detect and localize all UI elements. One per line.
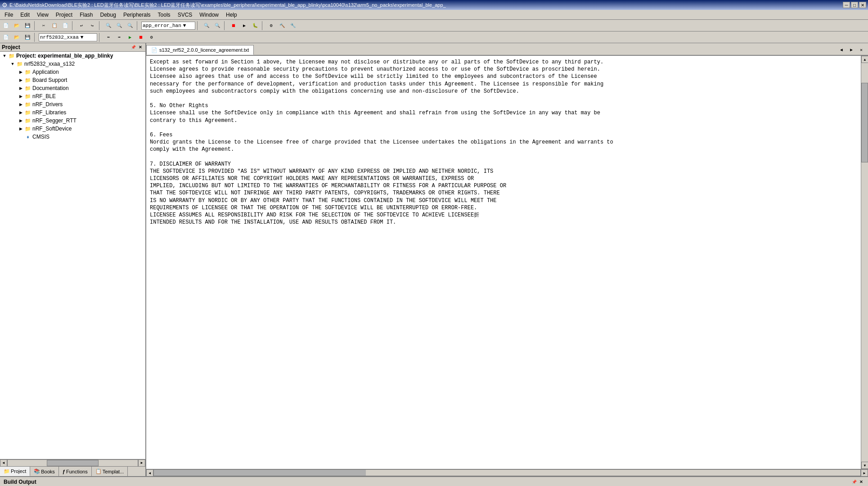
nrf-drivers-expander[interactable]: ▶ bbox=[17, 101, 24, 108]
root-expander[interactable]: ▼ bbox=[1, 52, 8, 59]
build-close-button[interactable]: ✕ bbox=[858, 479, 864, 485]
find-next-button[interactable]: 🔍 bbox=[114, 21, 124, 31]
tab-templates[interactable]: 📋 Templat... bbox=[92, 467, 128, 476]
menu-item-window[interactable]: Window bbox=[196, 11, 222, 19]
editor-line: 7. DISCLAIMER OF WARRANTY bbox=[150, 161, 857, 168]
tree-item-root[interactable]: ▼ 📁 Project: experimental_ble_app_blinky bbox=[0, 52, 145, 60]
nrf-segger-rtt-expander[interactable]: ▶ bbox=[17, 117, 24, 124]
tb2-btn1[interactable]: 📄 bbox=[1, 32, 11, 42]
editor-tab-label: s132_nrf52_2.0.0_licence_agreement.txt bbox=[159, 47, 249, 53]
menu-item-tools[interactable]: Tools bbox=[154, 11, 174, 19]
editor-nav-right-button[interactable]: ► bbox=[846, 45, 856, 55]
hscroll-track[interactable] bbox=[7, 459, 138, 467]
editor-hscrollbar[interactable]: ◄ ► bbox=[146, 469, 868, 476]
tree-item-board-support[interactable]: ▶ 📁 Board Support bbox=[0, 76, 145, 84]
copy-button[interactable]: 📋 bbox=[49, 21, 59, 31]
editor-nav-left-button[interactable]: ◄ bbox=[837, 45, 846, 55]
cmsis-expander[interactable] bbox=[17, 133, 24, 140]
build-button[interactable]: 🔨 bbox=[277, 21, 287, 31]
hscroll-left-btn[interactable]: ◄ bbox=[0, 459, 7, 467]
menu-item-project[interactable]: Project bbox=[52, 11, 76, 19]
tree-item-nrf-ble[interactable]: ▶ 📁 nRF_BLE bbox=[0, 92, 145, 100]
nrf-libraries-expander[interactable]: ▶ bbox=[17, 109, 24, 116]
vscroll-up-btn[interactable]: ▲ bbox=[861, 56, 868, 63]
menubar: FileEditViewProjectFlashDebugPeripherals… bbox=[0, 10, 868, 20]
find-button[interactable]: 🔍 bbox=[103, 21, 113, 31]
tab-functions[interactable]: ƒ Functions bbox=[59, 467, 92, 476]
tb2-btn2[interactable]: 📂 bbox=[12, 32, 22, 42]
editor-tab-license[interactable]: 📄 s132_nrf52_2.0.0_licence_agreement.txt bbox=[146, 45, 254, 55]
open-file-button[interactable]: 📂 bbox=[12, 21, 22, 31]
tb2-btn4[interactable]: ⬅ bbox=[103, 32, 113, 42]
menu-item-file[interactable]: File bbox=[1, 11, 17, 19]
work-area: Project 📌 ✕ ▼ 📁 Project: experimental_bl… bbox=[0, 43, 868, 476]
function-dropdown[interactable]: app_error_han ▼ bbox=[141, 22, 195, 30]
paste-button[interactable]: 📄 bbox=[60, 21, 70, 31]
editor-close-tab-button[interactable]: ✕ bbox=[856, 45, 866, 55]
debug-button[interactable]: 🐛 bbox=[250, 21, 260, 31]
menu-item-edit[interactable]: Edit bbox=[17, 11, 33, 19]
undo-button[interactable]: ↩ bbox=[76, 21, 86, 31]
documentation-expander[interactable]: ▶ bbox=[17, 85, 24, 92]
nrf-ble-expander[interactable]: ▶ bbox=[17, 93, 24, 100]
tb2-btn7[interactable]: ⏹ bbox=[136, 32, 146, 42]
editor-vscrollbar[interactable]: ▲ ▼ bbox=[861, 56, 868, 469]
close-button[interactable]: ✕ bbox=[859, 2, 866, 8]
tb2-btn5[interactable]: ➡ bbox=[114, 32, 124, 42]
editor-hscroll-track[interactable] bbox=[153, 469, 861, 476]
tb2-btn6[interactable]: ▶ bbox=[125, 32, 135, 42]
save-button[interactable]: 💾 bbox=[22, 21, 32, 31]
board-support-expander[interactable]: ▶ bbox=[17, 76, 24, 84]
tab-project[interactable]: 📁 Project bbox=[0, 467, 30, 476]
editor-hscroll-right-btn[interactable]: ► bbox=[861, 469, 868, 476]
tab-books[interactable]: 📚 Books bbox=[30, 467, 59, 476]
new-file-button[interactable]: 📄 bbox=[1, 21, 11, 31]
menu-item-svcs[interactable]: SVCS bbox=[174, 11, 196, 19]
menu-item-peripherals[interactable]: Peripherals bbox=[120, 11, 154, 19]
nrf52832-expander[interactable]: ▼ bbox=[9, 60, 16, 68]
editor-line: IS NO WARRANTY BY NORDIC OR BY ANY OTHER… bbox=[150, 197, 857, 204]
maximize-button[interactable]: □ bbox=[851, 2, 858, 8]
tree-hscroll[interactable]: ◄ ► bbox=[0, 459, 145, 466]
tb2-btn3[interactable]: 💾 bbox=[22, 32, 32, 42]
menu-item-help[interactable]: Help bbox=[222, 11, 241, 19]
find-all-button[interactable]: 🔍 bbox=[125, 21, 135, 31]
menu-item-debug[interactable]: Debug bbox=[97, 11, 120, 19]
editor-content[interactable]: Except as set forward in Section 1 above… bbox=[146, 56, 861, 469]
tree-item-nrf52832[interactable]: ▼ 📁 nrf52832_xxaa_s132 bbox=[0, 60, 145, 68]
application-expander[interactable]: ▶ bbox=[17, 68, 24, 76]
tree-item-nrf-libraries[interactable]: ▶ 📁 nRF_Libraries bbox=[0, 108, 145, 117]
rebuild-button[interactable]: 🔧 bbox=[288, 21, 298, 31]
editor-hscroll-left-btn[interactable]: ◄ bbox=[146, 469, 153, 476]
nrf-softdevice-expander[interactable]: ▶ bbox=[17, 125, 24, 132]
redo-button[interactable]: ↪ bbox=[87, 21, 97, 31]
search-button3[interactable]: 🔍 bbox=[212, 21, 222, 31]
vscroll-down-btn[interactable]: ▼ bbox=[861, 462, 868, 469]
build-pin-button[interactable]: 📌 bbox=[851, 479, 857, 485]
menu-item-view[interactable]: View bbox=[33, 11, 52, 19]
target-options-button[interactable]: ⚙ bbox=[266, 21, 276, 31]
tree-item-nrf-segger-rtt[interactable]: ▶ 📁 nRF_Segger_RTT bbox=[0, 117, 145, 125]
run-button[interactable]: ▶ bbox=[239, 21, 249, 31]
tb2-btn8[interactable]: ⚙ bbox=[147, 32, 157, 42]
tree-item-cmsis[interactable]: ♦ CMSIS bbox=[0, 133, 145, 141]
editor-line bbox=[150, 153, 857, 160]
search-button2[interactable]: 🔍 bbox=[202, 21, 211, 31]
cut-button[interactable]: ✂ bbox=[39, 21, 49, 31]
tree-item-nrf-softdevice[interactable]: ▶ 📁 nRF_SoftDevice bbox=[0, 125, 145, 133]
tree-item-application[interactable]: ▶ 📁 Application bbox=[0, 68, 145, 76]
stop-button[interactable]: ⏹ bbox=[229, 21, 238, 31]
tree-item-nrf-drivers[interactable]: ▶ 📁 nRF_Drivers bbox=[0, 100, 145, 108]
menu-item-flash[interactable]: Flash bbox=[76, 11, 96, 19]
vscroll-track[interactable] bbox=[861, 63, 868, 462]
toolbar-separator-6 bbox=[224, 21, 227, 30]
project-close-button[interactable]: ✕ bbox=[137, 44, 144, 50]
hscroll-right-btn[interactable]: ► bbox=[138, 459, 145, 467]
minimize-button[interactable]: ─ bbox=[843, 2, 850, 8]
nrf-libraries-folder-icon: 📁 bbox=[24, 109, 31, 116]
nrf-drivers-label: nRF_Drivers bbox=[32, 101, 63, 108]
target-select-dropdown[interactable]: nrf52832_xxaa ▼ bbox=[39, 33, 97, 41]
left-panel: Project 📌 ✕ ▼ 📁 Project: experimental_bl… bbox=[0, 43, 146, 476]
project-pin-button[interactable]: 📌 bbox=[130, 44, 136, 50]
tree-item-documentation[interactable]: ▶ 📁 Documentation bbox=[0, 84, 145, 92]
